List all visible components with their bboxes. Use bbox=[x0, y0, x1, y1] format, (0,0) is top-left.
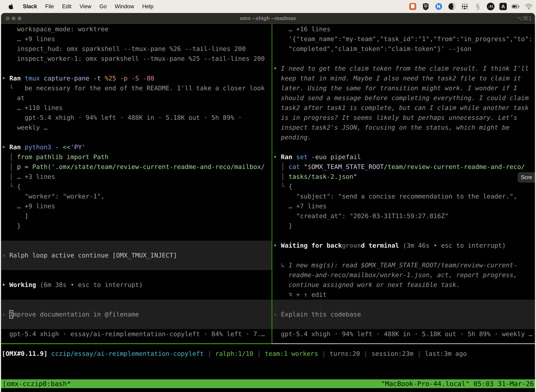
terminal-line bbox=[273, 300, 535, 309]
menu-item-view[interactable]: View bbox=[80, 3, 91, 10]
right-pane-bottom-border bbox=[272, 343, 535, 344]
menu-item-slack[interactable]: Slack bbox=[23, 3, 37, 10]
terminal-text: │ bbox=[273, 163, 289, 170]
terminal-text: "worker": "worker-1", bbox=[2, 193, 105, 200]
terminal-text: 'PY' bbox=[70, 144, 86, 151]
letter-a-icon[interactable]: A bbox=[499, 3, 507, 10]
terminal-text: mprove documentation in @filename bbox=[13, 311, 139, 318]
terminal-text: inspect_hud: omx sparkshell --tmux-pane … bbox=[2, 45, 246, 52]
terminal-text: | bbox=[413, 350, 425, 357]
squiggle-icon[interactable]: § bbox=[474, 2, 482, 10]
terminal-text: │ bbox=[2, 153, 17, 160]
menu-bar: Slack File Edit View Go Window Help bbox=[0, 0, 536, 13]
terminal-text: … +16 lines bbox=[273, 25, 330, 33]
pane-divider[interactable] bbox=[272, 24, 272, 344]
terminal-text: -p bbox=[120, 75, 131, 82]
terminal-line bbox=[273, 54, 535, 64]
terminal-text: └ bbox=[2, 183, 17, 190]
terminal-text: │ bbox=[2, 163, 17, 170]
terminal-line: • Ran set -euo pipefail bbox=[273, 152, 535, 162]
terminal-text: from pathlib import Path bbox=[17, 153, 109, 160]
terminal-text: "subject": "send a concise recommendatio… bbox=[273, 193, 517, 200]
terminal-text: (3m 46s • esc to interrupt) bbox=[403, 242, 506, 249]
percent-badge-icon[interactable]: ..61 bbox=[487, 3, 494, 10]
window-title: omx --xhigh --madmax bbox=[1, 13, 535, 24]
menu-bar-left: Slack File Edit View Go Window Help bbox=[0, 2, 153, 10]
terminal-text: | bbox=[318, 350, 330, 357]
terminal-text: │ bbox=[273, 173, 289, 180]
tmux-session-label[interactable]: [omx-cczip0:bash* bbox=[1, 379, 71, 388]
terminal-line: • Ran python3 - <<'PY' bbox=[2, 142, 271, 152]
terminal-text: … +9 lines bbox=[2, 35, 55, 42]
terminal-text: │ bbox=[2, 173, 17, 180]
terminal-text: inspect task2's JSON, focusing on the st… bbox=[273, 124, 510, 131]
wifi-icon[interactable] bbox=[525, 2, 533, 10]
terminal-line: inspect task2's JSON, focusing on the st… bbox=[273, 123, 535, 132]
terminal-text: be necessary for the end of the README. … bbox=[25, 84, 265, 92]
menu-item-edit[interactable]: Edit bbox=[62, 3, 72, 10]
terminal-text: "completed","claim_token":"claim-token"}… bbox=[273, 45, 471, 52]
blue-badge-icon[interactable] bbox=[435, 2, 443, 10]
terminal-line: │ from pathlib import Path bbox=[2, 152, 271, 162]
terminal-line: gpt-5.4 xhigh · essay/ai-reimplementatio… bbox=[2, 329, 271, 339]
terminal-text: Ran bbox=[9, 75, 25, 82]
terminal-line: "worker": "worker-1", bbox=[2, 191, 271, 201]
terminal-text: ↳ bbox=[273, 261, 289, 269]
window-title-bar[interactable]: omx --xhigh --madmax ⌥⌘1 bbox=[1, 13, 535, 24]
terminal-text: Ran bbox=[9, 144, 25, 151]
moon-circle-icon[interactable] bbox=[448, 2, 456, 10]
terminal-line: • Waiting for background terminal (3m 46… bbox=[273, 241, 535, 250]
terminal-line: • I need to get the claim token from the… bbox=[273, 64, 535, 73]
terminal-text: • bbox=[2, 75, 9, 82]
terminal-line: inspect_worker-1: omx sparkshell --tmux-… bbox=[2, 54, 271, 64]
terminal-line bbox=[273, 142, 535, 152]
terminal-text: | bbox=[204, 350, 215, 357]
terminal-line: └ { bbox=[273, 182, 535, 191]
dots-grid-icon[interactable] bbox=[461, 2, 469, 10]
terminal-line: │ tasks/task-2.json" bbox=[273, 172, 535, 182]
terminal-text: • bbox=[273, 153, 281, 160]
terminal-text: … +3 lines bbox=[17, 173, 55, 180]
terminal-line bbox=[273, 250, 535, 260]
terminal-text: turns:20 bbox=[330, 350, 360, 357]
terminal-text: "created_at": "2026-03-31T11:59:27.816Z" bbox=[273, 212, 449, 219]
shield-keypad-icon[interactable] bbox=[422, 2, 430, 10]
screen: Slack File Edit View Go Window Help bbox=[0, 0, 536, 392]
terminal-line: continue assigned work or next feasible … bbox=[273, 280, 535, 290]
terminal-text: should send a message before completing … bbox=[273, 94, 529, 102]
battery-charging-icon[interactable] bbox=[512, 2, 520, 10]
terminal-line bbox=[2, 290, 271, 300]
left-pane-bottom-border bbox=[1, 343, 272, 344]
chat-bubble-icon[interactable] bbox=[409, 2, 417, 10]
terminal-text: cczip/essay/ai-reimplementation-copyleft bbox=[51, 350, 204, 357]
menu-item-window[interactable]: Window bbox=[115, 3, 134, 10]
terminal-line: readme-and-reco/mailbox/worker-1.json, a… bbox=[273, 270, 535, 280]
terminal-text: pending. bbox=[273, 134, 311, 141]
terminal-text: • bbox=[273, 65, 281, 72]
right-pane: … +16 lines '{"team_name":"my-team","tas… bbox=[273, 24, 535, 339]
menu-item-file[interactable]: File bbox=[45, 3, 54, 10]
terminal-text: weekly … bbox=[2, 124, 48, 131]
terminal-line: keep that in mind. Maybe I also need the… bbox=[273, 73, 535, 83]
apple-menu-icon[interactable] bbox=[7, 2, 15, 10]
terminal-text: gpt-5.4 xhigh · 94% left · 488K in · 5.1… bbox=[273, 330, 532, 338]
terminal-text: gpt-5.4 xhigh · 94% left · 488K in · 5.1… bbox=[2, 114, 242, 121]
terminal-text: | bbox=[254, 350, 265, 357]
terminal-line: … +16 lines bbox=[273, 24, 535, 34]
left-pane: workspace_mode: worktree … +9 lines insp… bbox=[2, 24, 271, 339]
text-cursor: I bbox=[9, 310, 13, 319]
menu-item-help[interactable]: Help bbox=[142, 3, 153, 10]
terminal-line: └ be necessary for the end of the README… bbox=[2, 83, 271, 93]
terminal-text: ralph:1/10 bbox=[215, 350, 254, 357]
terminal-text: capture-pane bbox=[44, 75, 93, 82]
terminal-line: ] bbox=[2, 211, 271, 221]
menu-item-go[interactable]: Go bbox=[99, 3, 107, 10]
terminal-line bbox=[2, 319, 271, 329]
terminal-text: • bbox=[273, 242, 281, 249]
terminal-text: " bbox=[353, 173, 357, 180]
terminal-line: gpt-5.4 xhigh · 94% left · 488K in · 5.1… bbox=[2, 113, 271, 123]
terminal-line: ⌥ + ↑ edit bbox=[273, 290, 535, 300]
terminal-text: " bbox=[304, 163, 308, 170]
terminal-line bbox=[2, 300, 271, 309]
terminal-line: "created_at": "2026-03-31T11:59:27.816Z" bbox=[273, 211, 535, 221]
